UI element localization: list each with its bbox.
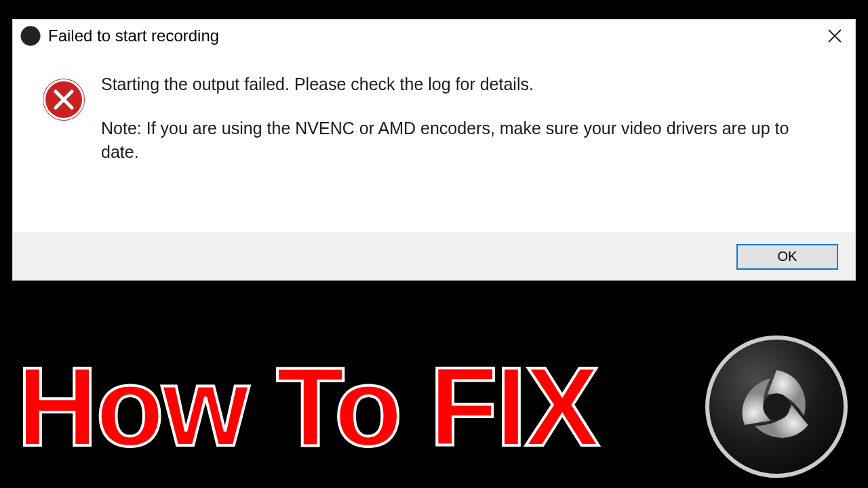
ok-button[interactable]: OK xyxy=(736,244,838,270)
error-dialog: Failed to start recording Starting the o… xyxy=(12,19,856,281)
svg-point-6 xyxy=(763,393,790,420)
svg-point-1 xyxy=(28,34,33,38)
obs-app-icon xyxy=(20,25,41,47)
dialog-footer: OK xyxy=(13,232,855,280)
error-icon-container xyxy=(26,73,101,164)
dialog-messages: Starting the output failed. Please check… xyxy=(101,73,842,164)
dialog-message-main: Starting the output failed. Please check… xyxy=(101,73,828,96)
dialog-titlebar: Failed to start recording xyxy=(13,20,855,52)
thumbnail-banner: How To FIX xyxy=(0,332,868,481)
error-icon xyxy=(43,79,84,120)
banner-text: How To FIX xyxy=(17,351,597,463)
close-icon xyxy=(827,28,842,43)
close-button[interactable] xyxy=(821,22,848,49)
obs-logo-large xyxy=(702,332,851,481)
dialog-body: Starting the output failed. Please check… xyxy=(13,52,855,178)
dialog-title: Failed to start recording xyxy=(48,26,821,45)
dialog-message-note: Note: If you are using the NVENC or AMD … xyxy=(101,117,828,164)
